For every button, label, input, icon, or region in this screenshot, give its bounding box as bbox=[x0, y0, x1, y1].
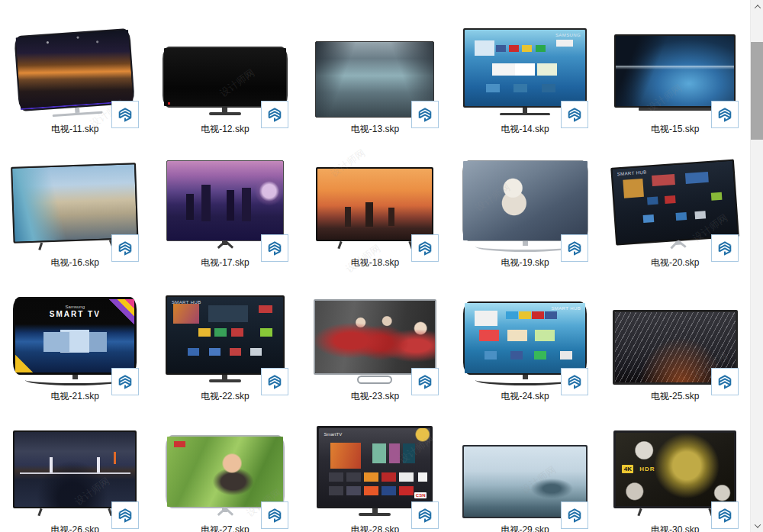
sketchup-file-icon bbox=[711, 368, 739, 395]
file-name-label: 电视-25.skp bbox=[651, 391, 699, 401]
file-item[interactable]: SMART HUB 电视-24.skp bbox=[450, 276, 600, 410]
screen-overlay-text: CSN bbox=[414, 492, 427, 498]
tv-frame bbox=[316, 167, 433, 241]
file-thumbnail bbox=[0, 11, 150, 118]
sketchup-file-icon bbox=[111, 101, 139, 128]
file-thumbnail bbox=[600, 278, 750, 385]
file-thumbnail bbox=[0, 411, 150, 518]
file-thumbnail: SamsungSMART TV bbox=[0, 278, 150, 385]
file-name-label: 电视-18.skp bbox=[351, 257, 399, 268]
file-thumbnail bbox=[450, 411, 600, 518]
file-item[interactable]: 电视-17.skp bbox=[150, 143, 301, 276]
file-item[interactable]: 电视-11.skp bbox=[0, 9, 150, 143]
sketchup-file-icon bbox=[411, 368, 439, 395]
file-item[interactable]: 电视-26.skp bbox=[0, 410, 150, 532]
chevron-up-icon bbox=[754, 5, 760, 11]
file-item[interactable]: 电视-15.skp bbox=[600, 9, 750, 143]
file-name-label: 电视-17.skp bbox=[201, 257, 249, 268]
tv-frame bbox=[14, 28, 136, 111]
file-thumbnail bbox=[150, 11, 301, 118]
tv-frame bbox=[166, 435, 285, 508]
file-item[interactable]: 电视-18.skp bbox=[300, 143, 450, 276]
file-item[interactable]: 电视-16.skp bbox=[0, 143, 150, 276]
file-thumbnail bbox=[300, 144, 450, 251]
scrollbar-thumb[interactable] bbox=[751, 42, 763, 140]
file-name-label: 电视-14.skp bbox=[501, 124, 549, 134]
file-thumbnail bbox=[0, 144, 150, 251]
file-item[interactable]: SAMSUNG 电视-14.skp bbox=[450, 9, 600, 143]
tv-screen: SAMSUNG bbox=[465, 30, 585, 106]
file-name-label: 电视-21.skp bbox=[51, 391, 99, 401]
file-item[interactable]: SamsungSMART TV 电视-21.skp bbox=[0, 276, 150, 410]
tv-screen: 4KHDR bbox=[616, 433, 734, 506]
tv-screen bbox=[14, 432, 135, 507]
file-name-label: 电视-16.skp bbox=[51, 257, 99, 268]
file-name-label: 电视-27.skp bbox=[201, 524, 249, 532]
sketchup-file-icon bbox=[261, 234, 288, 262]
tv-frame bbox=[163, 47, 288, 108]
sketchup-file-icon bbox=[561, 101, 588, 128]
file-name-label: 电视-19.skp bbox=[501, 257, 549, 268]
vertical-scrollbar[interactable] bbox=[750, 0, 763, 532]
tv-frame: 4KHDR bbox=[613, 430, 736, 508]
sketchup-file-icon bbox=[711, 501, 739, 529]
file-name-label: 电视-28.skp bbox=[351, 524, 399, 532]
sketchup-file-icon bbox=[411, 101, 439, 128]
screen-overlay-text: SmartTV bbox=[324, 432, 342, 437]
file-item[interactable]: SMART HUB 电视-22.skp bbox=[150, 276, 301, 410]
file-name-label: 电视-29.skp bbox=[501, 524, 549, 532]
tv-frame: SamsungSMART TV bbox=[13, 297, 137, 375]
sketchup-file-icon bbox=[261, 501, 288, 529]
sketchup-file-icon bbox=[561, 368, 588, 395]
file-name-label: 电视-13.skp bbox=[351, 124, 399, 134]
file-name-label: 电视-23.skp bbox=[351, 391, 399, 401]
tv-screen: SmartTVCSN bbox=[319, 428, 430, 506]
tv-frame: SAMSUNG bbox=[463, 28, 587, 108]
tv-frame: SMART HUB bbox=[463, 301, 587, 375]
file-name-label: 电视-11.skp bbox=[51, 124, 98, 134]
file-thumbnail: SMART HUB bbox=[600, 144, 750, 251]
file-name-label: 电视-15.skp bbox=[651, 124, 699, 134]
file-thumbnail bbox=[450, 144, 600, 251]
file-item[interactable]: 电视-23.skp bbox=[300, 276, 450, 410]
file-thumbnail: SAMSUNG bbox=[450, 11, 600, 118]
sketchup-file-icon bbox=[111, 368, 139, 395]
sketchup-file-icon bbox=[261, 368, 288, 395]
file-thumbnail bbox=[300, 278, 450, 385]
file-name-label: 电视-24.skp bbox=[501, 391, 549, 401]
tv-screen bbox=[167, 161, 283, 240]
screen-overlay-text: SMART HUB bbox=[551, 306, 581, 311]
tv-frame: SMART HUB bbox=[610, 159, 739, 245]
tv-frame bbox=[314, 299, 436, 375]
file-thumbnail bbox=[600, 11, 750, 118]
file-item[interactable]: 电视-29.skp bbox=[450, 410, 600, 532]
file-item[interactable]: 电视-12.skp bbox=[150, 9, 301, 143]
tv-screen bbox=[12, 164, 137, 242]
sketchup-file-icon bbox=[111, 501, 139, 529]
sketchup-file-icon bbox=[411, 234, 439, 262]
file-item[interactable]: 电视-27.skp bbox=[150, 410, 301, 532]
tv-screen bbox=[16, 30, 134, 110]
file-item[interactable]: SmartTVCSN 电视-28.skp bbox=[300, 410, 450, 532]
tv-frame bbox=[166, 160, 284, 241]
scroll-down-button[interactable] bbox=[751, 519, 763, 532]
file-thumbnail: SMART HUB bbox=[450, 278, 600, 385]
file-item[interactable]: 电视-13.skp bbox=[300, 9, 450, 143]
screen-overlay-text: HDR bbox=[639, 465, 655, 473]
file-grid: 电视-11.skp bbox=[0, 0, 750, 532]
tv-frame: SMART HUB bbox=[166, 295, 285, 375]
file-thumbnail bbox=[150, 144, 301, 251]
file-thumbnail bbox=[150, 411, 301, 518]
file-item[interactable]: SMART HUB 电视-20.skp bbox=[600, 143, 750, 276]
file-item[interactable]: 4KHDR 电视-30.skp bbox=[600, 410, 750, 532]
file-item[interactable]: 电视-25.skp bbox=[600, 276, 750, 410]
file-name-label: 电视-26.skp bbox=[51, 524, 99, 532]
screen-overlay-text: SMART HUB bbox=[617, 170, 646, 177]
file-thumbnail: SmartTVCSN bbox=[300, 411, 450, 518]
scroll-up-button[interactable] bbox=[751, 0, 763, 13]
file-name-label: 电视-20.skp bbox=[651, 257, 699, 268]
sketchup-file-icon bbox=[261, 101, 288, 128]
tv-screen bbox=[616, 36, 734, 106]
file-item[interactable]: 电视-19.skp bbox=[450, 143, 600, 276]
tv-screen bbox=[164, 48, 286, 106]
